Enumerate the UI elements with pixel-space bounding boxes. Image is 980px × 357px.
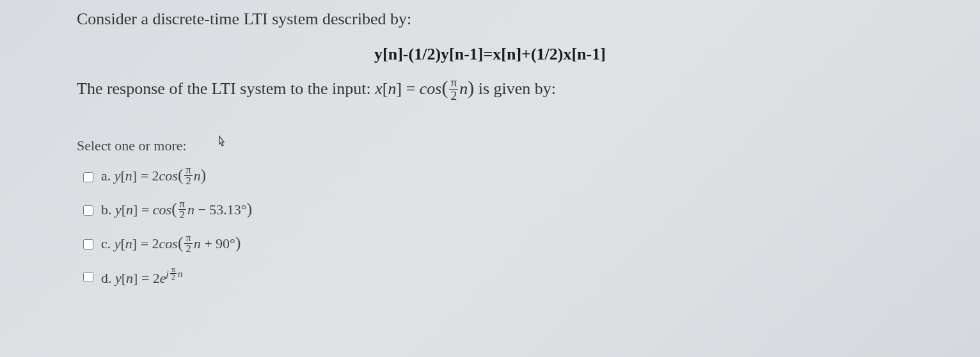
option-c-label: c. y[n] = 2cos(π2n + 90°): [101, 234, 241, 256]
option-c[interactable]: c. y[n] = 2cos(π2n + 90°): [83, 234, 903, 256]
option-d-letter: d.: [101, 270, 112, 286]
options-list: a. y[n] = 2cos(π2n) b. y[n] = cos(π2n − …: [77, 166, 903, 287]
line2-prefix: The response of the LTI system to the in…: [77, 79, 375, 98]
checkbox-a[interactable]: [83, 172, 93, 182]
line2-suffix: is given by:: [474, 79, 556, 98]
option-c-letter: c.: [101, 235, 111, 251]
select-label: Select one or more:: [77, 138, 187, 154]
option-a-letter: a.: [101, 168, 111, 184]
checkbox-d[interactable]: [83, 272, 93, 282]
checkbox-c[interactable]: [83, 239, 93, 250]
option-d-label: d. y[n] = 2ejπ2n: [101, 267, 182, 287]
question-intro: Consider a discrete-time LTI system desc…: [77, 10, 903, 29]
option-b-letter: b.: [101, 202, 112, 218]
option-d[interactable]: d. y[n] = 2ejπ2n: [83, 267, 903, 287]
checkbox-b[interactable]: [83, 205, 93, 216]
option-a[interactable]: a. y[n] = 2cos(π2n): [83, 166, 903, 188]
option-b-label: b. y[n] = cos(π2n − 53.13°): [101, 200, 252, 222]
option-b[interactable]: b. y[n] = cos(π2n − 53.13°): [83, 200, 903, 222]
option-a-label: a. y[n] = 2cos(π2n): [101, 166, 206, 188]
cursor-pointer-icon: [215, 135, 228, 154]
system-equation: y[n]-(1/2)y[n-1]=x[n]+(1/2)x[n-1]: [77, 45, 903, 64]
question-response-line: The response of the LTI system to the in…: [77, 77, 903, 103]
